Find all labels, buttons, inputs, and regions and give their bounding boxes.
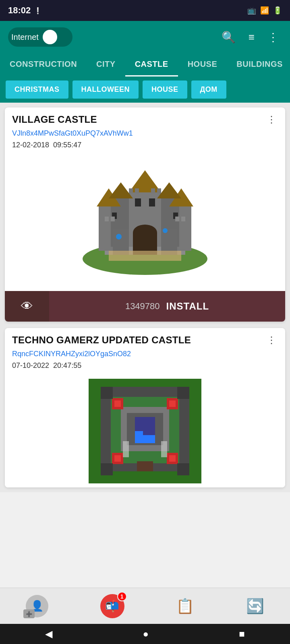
internet-toggle[interactable]: Internet [8, 27, 72, 47]
svg-rect-47 [137, 461, 153, 471]
svg-rect-49 [177, 387, 189, 399]
chip-house[interactable]: HOUSE [143, 80, 187, 99]
filter-icon[interactable]: ≡ [245, 28, 258, 47]
card-techno-castle: TECHNO GAMERZ UPDATED CASTLE ⋮ RqncFCKIN… [5, 328, 285, 487]
status-time-area: 18:02 ❕ [8, 5, 42, 16]
svg-rect-38 [143, 435, 155, 443]
install-count-1: 1349780 [125, 301, 160, 312]
card-image-1 [5, 154, 285, 291]
chips-row: CHRISTMAS HALLOWEEN HOUSE ДОМ [0, 76, 290, 103]
nav-profile[interactable]: 👤 ➕ [26, 595, 48, 617]
card-title-2: TECHNO GAMERZ UPDATED CASTLE [12, 334, 191, 346]
svg-rect-13 [149, 198, 155, 206]
svg-rect-44 [169, 400, 176, 407]
svg-rect-30 [157, 188, 161, 193]
svg-point-17 [133, 225, 157, 241]
svg-rect-52 [123, 441, 129, 457]
svg-rect-46 [169, 455, 176, 462]
nav-messages[interactable]: 📬 1 [100, 594, 124, 618]
status-bar: 18:02 ❕ 📺 📶 🔋 [0, 0, 290, 21]
tab-construction[interactable]: CONSTRUCTION [0, 53, 87, 76]
top-bar: Internet 🔍 ≡ ⋮ [0, 21, 290, 53]
card-date-2: 07-10-2022 20:47:55 [5, 360, 285, 375]
svg-rect-48 [101, 387, 113, 399]
install-button-1[interactable]: 1349780 INSTALL [49, 291, 285, 322]
home-button[interactable]: ● [143, 628, 149, 640]
chip-halloween[interactable]: HALLOWEEN [72, 80, 139, 99]
card-title-1: VILLAGE CASTLE [12, 114, 97, 125]
chip-dom[interactable]: ДОМ [191, 80, 226, 99]
svg-rect-53 [161, 441, 167, 457]
tab-castle[interactable]: CASTLE [125, 53, 178, 76]
status-icons: 📺 📶 🔋 [247, 6, 282, 15]
svg-rect-37 [135, 431, 143, 443]
card-more-2[interactable]: ⋮ [265, 334, 278, 346]
svg-rect-29 [151, 188, 155, 193]
nav-list[interactable]: 📋 [176, 598, 194, 615]
card-link-2[interactable]: RqncFCKINYRAHZyxi2lOYgaSnO82 [5, 348, 285, 360]
search-icon[interactable]: 🔍 [218, 27, 239, 47]
svg-rect-45 [114, 455, 121, 462]
battery-icon: 🔋 [273, 6, 282, 15]
content-area: VILLAGE CASTLE ⋮ VJln8x4MPwSfaGt0XuPQ7xA… [0, 103, 290, 492]
cast-icon: 📺 [247, 6, 256, 15]
add-profile-label: ➕ [26, 611, 32, 617]
bottom-nav: 👤 ➕ 📬 1 📋 🔄 [0, 588, 290, 624]
svg-rect-22 [109, 251, 181, 261]
svg-rect-12 [135, 198, 141, 206]
clock: 18:02 [8, 5, 31, 16]
eye-icon-1: 👁 [21, 299, 33, 313]
svg-point-20 [116, 234, 122, 239]
back-button[interactable]: ◀ [45, 628, 52, 640]
card-village-castle: VILLAGE CASTLE ⋮ VJln8x4MPwSfaGt0XuPQ7xA… [5, 107, 285, 322]
svg-rect-50 [101, 463, 113, 475]
card-header-2: TECHNO GAMERZ UPDATED CASTLE ⋮ [5, 328, 285, 348]
svg-point-21 [163, 228, 168, 233]
svg-rect-26 [181, 217, 185, 221]
svg-rect-27 [129, 188, 133, 193]
card-header-1: VILLAGE CASTLE ⋮ [5, 107, 285, 128]
messages-icon: 📬 [105, 599, 119, 613]
card-footer-1: 👁 1349780 INSTALL [5, 291, 285, 322]
svg-marker-7 [129, 170, 161, 192]
card-more-1[interactable]: ⋮ [265, 114, 278, 125]
wifi-icon: 📶 [260, 6, 269, 15]
svg-rect-23 [105, 217, 109, 221]
system-nav-bar: ◀ ● ■ [0, 624, 290, 644]
svg-rect-51 [177, 463, 189, 475]
category-tabs: CONSTRUCTION CITY CASTLE HOUSE BUILDINGS [0, 53, 290, 76]
refresh-icon: 🔄 [246, 598, 264, 615]
internet-label: Internet [11, 33, 39, 42]
alert-icon: ❕ [34, 7, 42, 14]
card-date-1: 12-02-2018 09:55:47 [5, 139, 285, 154]
messages-icon-bg: 📬 1 [100, 594, 124, 618]
svg-rect-43 [114, 400, 121, 407]
tab-city[interactable]: CITY [87, 53, 125, 76]
eye-button-1[interactable]: 👁 [5, 291, 49, 322]
svg-rect-25 [175, 217, 179, 221]
messages-badge: 1 [117, 592, 127, 601]
more-options-icon[interactable]: ⋮ [264, 27, 282, 47]
toggle-circle[interactable] [43, 30, 57, 44]
recent-button[interactable]: ■ [239, 628, 245, 640]
card-image-2 [5, 375, 285, 487]
nav-refresh[interactable]: 🔄 [246, 598, 264, 615]
svg-rect-24 [111, 217, 115, 221]
tab-buildings[interactable]: BUILDINGS [227, 53, 290, 76]
card-link-1[interactable]: VJln8x4MPwSfaGt0XuPQ7xAVhWw1 [5, 128, 285, 139]
tab-house[interactable]: HOUSE [178, 53, 227, 76]
list-icon: 📋 [176, 598, 194, 615]
install-label-1: INSTALL [166, 301, 209, 312]
svg-rect-28 [135, 188, 139, 193]
chip-christmas[interactable]: CHRISTMAS [6, 80, 68, 99]
